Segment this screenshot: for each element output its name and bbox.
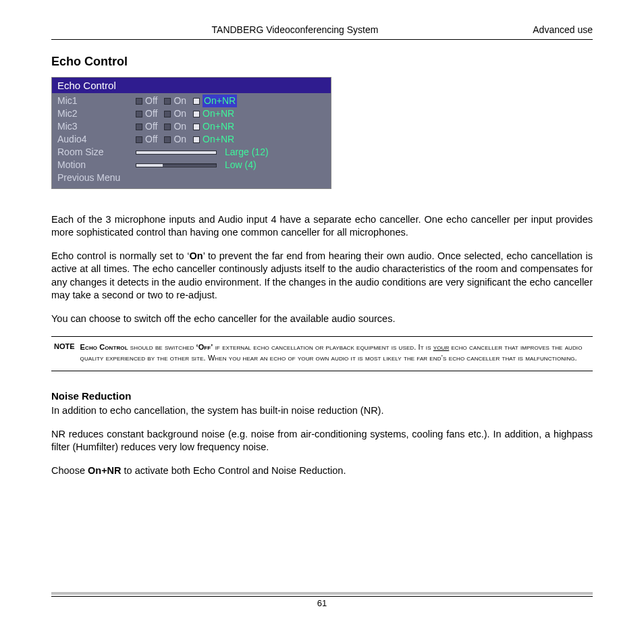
radio-icon	[164, 136, 171, 143]
text: to activate both Echo Control and Noise …	[122, 465, 346, 476]
note-text: Echo Control should be switched ‘Off’ if…	[80, 342, 590, 364]
osd-label: Mic3	[57, 120, 136, 133]
option-text: Off	[145, 107, 157, 120]
radio-option-off[interactable]: Off	[136, 107, 157, 120]
osd-row-roomsize: Room Size Large (12)	[57, 146, 325, 159]
osd-row-previous[interactable]: Previous Menu	[57, 171, 325, 184]
noise-p1: In addition to echo cancellation, the sy…	[51, 404, 593, 417]
slider-track	[136, 163, 217, 167]
bold-on: On	[190, 250, 203, 261]
radio-icon	[136, 98, 142, 105]
radio-icon	[164, 98, 171, 105]
radio-icon	[136, 111, 142, 117]
note-echo-control: Echo Control	[80, 343, 128, 351]
osd-body: Mic1 Off On On+NR Mic2 Off On On+NR Mic3…	[52, 93, 331, 188]
section-title: Echo Control	[51, 55, 593, 69]
radio-icon	[164, 124, 171, 130]
note-block: NOTE Echo Control should be switched ‘Of…	[51, 336, 593, 371]
header-left	[51, 24, 78, 35]
radio-icon	[193, 111, 200, 117]
option-text: On+NR	[203, 107, 234, 120]
option-text: On	[173, 133, 186, 146]
osd-row-mic3: Mic3 Off On On+NR	[57, 120, 325, 133]
osd-label: Mic2	[57, 107, 136, 120]
text: should be switched	[128, 343, 196, 351]
radio-icon	[193, 136, 200, 143]
osd-label: Audio4	[57, 133, 136, 146]
radio-option-onnr[interactable]: On+NR	[193, 95, 237, 107]
osd-row-mic2: Mic2 Off On On+NR	[57, 107, 325, 120]
note-your: your	[433, 343, 450, 351]
slider-motion[interactable]: Low (4)	[136, 159, 325, 171]
option-text: On+NR	[203, 95, 237, 107]
osd-row-audio4: Audio4 Off On On+NR	[57, 133, 325, 146]
radio-option-on[interactable]: On	[164, 120, 186, 133]
paragraph-2: Echo control is normally set to ‘On’ to …	[51, 250, 593, 302]
osd-label: Motion	[57, 159, 136, 171]
noise-p2: NR reduces constant background noise (e.…	[51, 428, 593, 454]
text: Echo control is normally set to ‘	[51, 250, 190, 261]
radio-icon	[136, 136, 142, 143]
osd-panel: Echo Control Mic1 Off On On+NR Mic2 Off …	[51, 77, 331, 189]
radio-icon	[164, 111, 171, 117]
text: Choose	[51, 465, 88, 476]
option-text: On	[173, 120, 186, 133]
page-header: TANDBERG Videoconferencing System Advanc…	[51, 24, 593, 40]
paragraph-1: Each of the 3 microphone inputs and Audi…	[51, 213, 593, 239]
radio-option-onnr[interactable]: On+NR	[193, 107, 234, 120]
footer-separator	[51, 592, 593, 595]
radio-icon	[136, 124, 142, 130]
option-text: Off	[145, 120, 157, 133]
option-text: On+NR	[203, 133, 234, 146]
radio-option-on[interactable]: On	[164, 95, 186, 107]
osd-label: Mic1	[57, 95, 136, 107]
slider-fill	[136, 151, 216, 154]
radio-option-on[interactable]: On	[164, 107, 186, 120]
radio-icon	[193, 98, 200, 105]
text: if external echo cancellation or playbac…	[213, 343, 433, 351]
noise-p3: Choose On+NR to activate both Echo Contr…	[51, 464, 593, 477]
slider-fill	[136, 164, 163, 167]
radio-icon	[193, 124, 200, 130]
slider-value: Low (4)	[225, 159, 257, 171]
radio-option-off[interactable]: Off	[136, 95, 157, 107]
page: TANDBERG Videoconferencing System Advanc…	[0, 0, 644, 627]
option-text: On	[173, 95, 186, 107]
radio-option-off[interactable]: Off	[136, 120, 157, 133]
osd-row-motion: Motion Low (4)	[57, 159, 325, 171]
option-text: Off	[145, 95, 157, 107]
paragraph-3: You can choose to switch off the echo ca…	[51, 313, 593, 325]
header-center: TANDBERG Videoconferencing System	[78, 24, 512, 35]
option-text: On	[173, 107, 186, 120]
slider-value: Large (12)	[225, 146, 269, 159]
note-off: ‘Off’	[196, 343, 213, 351]
bold-onnr: On+NR	[88, 465, 122, 476]
page-footer: 61	[51, 596, 593, 608]
radio-option-on[interactable]: On	[164, 133, 186, 146]
osd-title: Echo Control	[52, 78, 331, 93]
header-right: Advanced use	[512, 24, 593, 35]
radio-option-off[interactable]: Off	[136, 133, 157, 146]
option-text: On+NR	[203, 120, 234, 133]
previous-menu-label: Previous Menu	[57, 171, 120, 184]
radio-option-onnr[interactable]: On+NR	[193, 120, 234, 133]
page-number: 61	[317, 598, 327, 608]
option-text: Off	[145, 133, 157, 146]
noise-reduction-title: Noise Reduction	[51, 390, 593, 402]
slider-track	[136, 151, 217, 155]
radio-option-onnr[interactable]: On+NR	[193, 133, 234, 146]
osd-label: Room Size	[57, 146, 136, 159]
note-lead: NOTE	[54, 342, 75, 364]
slider-roomsize[interactable]: Large (12)	[136, 146, 325, 159]
osd-row-mic1: Mic1 Off On On+NR	[57, 95, 325, 107]
